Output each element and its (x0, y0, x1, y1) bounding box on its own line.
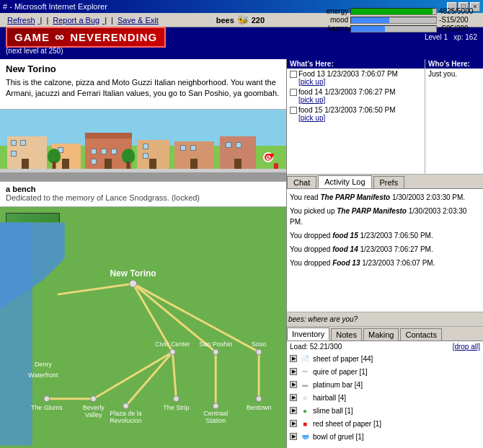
here-item-3: food 15 1/23/2003 7:06:50 PM [pick up] (290, 106, 422, 122)
whats-here-header: What's Here: (287, 59, 425, 69)
pickup-link-2[interactable]: [pick up] (298, 96, 325, 104)
inv-play-2[interactable]: ▶ (290, 381, 297, 388)
level-info: Level 1 xp: 162 (425, 33, 477, 41)
here-checkbox-2[interactable] (290, 89, 297, 96)
pickup-link-3[interactable]: [pick up] (298, 114, 325, 122)
svg-text:Denry: Denry (35, 361, 52, 368)
location-description: New Torino This is the calzone, pizza an… (0, 59, 286, 110)
btab-notes[interactable]: Notes (331, 328, 362, 341)
fire-hydrant (274, 163, 278, 169)
load-value: Load: 52.21/300 (290, 343, 342, 351)
inv-name-6: bowl of gruel [1] (313, 433, 364, 441)
inv-item-3: ▶ ○ hairball [4] (290, 392, 480, 403)
location-text: This is the calzone, pizza and Moto Guzz… (6, 77, 280, 100)
karma-label: karma (319, 25, 348, 32)
whats-here-content: Food 13 1/23/2003 7:06:07 PM [pick up] f… (287, 69, 425, 172)
svg-text:Waterfront: Waterfront (28, 372, 58, 379)
refresh-link[interactable]: Refresh (4, 16, 45, 25)
mood-bar-container (350, 17, 437, 24)
tab-activity-log[interactable]: Activity Log (318, 175, 371, 188)
svg-point-22 (44, 396, 50, 402)
inv-name-1: quire of paper [1] (313, 368, 368, 376)
left-panel: New Torino This is the calzone, pizza an… (0, 59, 287, 448)
object-info: a bench Dedicated to the memory of Lance… (0, 182, 286, 207)
stats-panel: energy 4825/5000 mood -S15/200 karma -S0… (319, 7, 479, 32)
svg-text:Station: Station (205, 417, 226, 424)
inv-play-5[interactable]: ▶ (290, 420, 297, 427)
save-exit-link[interactable]: Save & Exit (115, 16, 161, 25)
object-name: a bench (6, 185, 280, 193)
chat-input-row: bees: where are you? (287, 312, 483, 327)
inv-name-2: platinum bar [4] (313, 381, 363, 389)
btab-contacts[interactable]: Contacts (400, 328, 441, 341)
svg-text:Soso: Soso (252, 341, 266, 348)
mood-value: -S15/200 (439, 16, 479, 24)
inv-play-0[interactable]: ▶ (290, 355, 297, 362)
report-bug-link[interactable]: Report a Bug (50, 16, 110, 25)
whos-here-text: Just you. (428, 70, 457, 78)
here-item-1-text: Food 13 1/23/2003 7:06:07 PM (298, 70, 398, 78)
svg-rect-2 (0, 222, 32, 445)
svg-point-20 (213, 403, 218, 409)
karma-bar-container (350, 25, 437, 32)
bees-info: bees 🐝 220 (216, 14, 265, 25)
karma-row: karma -S05/200 (319, 25, 479, 32)
here-checkbox-1[interactable] (290, 71, 297, 78)
svg-text:Centraal: Centraal (203, 410, 228, 417)
whats-here-panel: What's Here: Food 13 1/23/2003 7:06:07 P… (287, 59, 425, 174)
svg-text:The Strip: The Strip (163, 404, 189, 411)
object-desc: Dedicated to the memory of Lance Snodgra… (6, 193, 280, 202)
inv-item-5: ▶ ■ red sheet of paper [1] (290, 418, 480, 429)
nav-links: Refresh | Report a Bug | Save & Exit (4, 16, 161, 25)
building-6 (220, 136, 256, 169)
svg-text:Beverly: Beverly (83, 404, 105, 411)
building-5 (174, 141, 214, 169)
inv-play-1[interactable]: ▶ (290, 368, 297, 375)
inv-icon-1: 〜 (299, 366, 311, 377)
svg-text:Bentown: Bentown (247, 404, 272, 411)
mood-label: mood (319, 16, 348, 24)
here-panel: What's Here: Food 13 1/23/2003 7:06:07 P… (287, 59, 483, 175)
svg-point-13 (130, 280, 137, 287)
whos-here-content: Just you. (425, 69, 483, 172)
here-item-2-text: food 14 1/23/2003 7:06:27 PM (298, 88, 396, 96)
here-item-1: Food 13 1/23/2003 7:06:07 PM [pick up] (290, 70, 422, 86)
inv-item-0: ▶ 📄 sheet of paper [44] (290, 353, 480, 364)
inventory-panel: Load: 52.21/300 [drop all] ▶ 📄 sheet of … (287, 341, 483, 448)
inv-icon-5: ■ (299, 418, 311, 429)
energy-bar (351, 9, 433, 14)
energy-row: energy 4825/5000 (319, 7, 479, 15)
main-content: New Torino This is the calzone, pizza an… (0, 59, 483, 448)
svg-point-14 (169, 349, 175, 355)
here-checkbox-3[interactable] (290, 107, 297, 114)
btab-inventory[interactable]: Inventory (287, 328, 329, 341)
svg-point-18 (123, 403, 129, 409)
inv-play-4[interactable]: ▶ (290, 407, 297, 414)
karma-bar (351, 26, 385, 32)
svg-point-17 (91, 396, 97, 402)
inv-item-6: ▶ 🥣 bowl of gruel [1] (290, 431, 480, 442)
inv-name-5: red sheet of paper [1] (313, 420, 381, 428)
inv-play-6[interactable]: ▶ (290, 433, 297, 440)
btab-making[interactable]: Making (363, 328, 399, 341)
drop-all-link[interactable]: [drop all] (453, 343, 480, 351)
building-4 (137, 140, 169, 169)
whos-here-header: Who's Here: (425, 59, 483, 69)
load-info: Load: 52.21/300 [drop all] (290, 343, 480, 351)
tab-prefs[interactable]: Prefs (373, 176, 405, 188)
log-entry-3: You dropped food 15 1/23/2003 7:06:50 PM… (290, 230, 480, 241)
inv-icon-0: 📄 (299, 353, 311, 364)
tab-chat[interactable]: Chat (287, 176, 316, 188)
inv-icon-4: ● (299, 405, 311, 416)
log-entry-5: You dropped Food 13 1/23/2003 7:06:07 PM… (290, 258, 480, 268)
inv-icon-2: ▬ (299, 379, 311, 390)
svg-point-16 (256, 349, 262, 355)
svg-text:Valley: Valley (85, 411, 102, 418)
inv-play-3[interactable]: ▶ (290, 394, 297, 401)
log-entry-4: You dropped food 14 1/23/2003 7:06:27 PM… (290, 244, 480, 255)
inv-icon-6: 🥣 (299, 431, 311, 442)
log-entry-1: You read The PARP Manifesto 1/30/2003 2:… (290, 192, 480, 203)
titlebar-title: # - Microsoft Internet Explorer (3, 2, 107, 11)
pickup-link-1[interactable]: [pick up] (298, 78, 325, 86)
svg-point-15 (213, 349, 218, 355)
